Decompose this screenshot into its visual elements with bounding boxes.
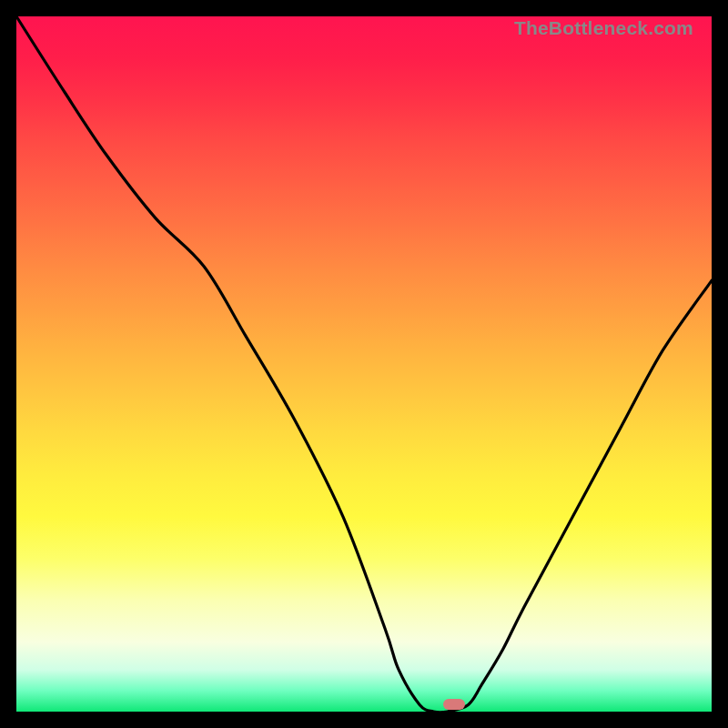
chart-frame: TheBottleneck.com <box>0 0 728 728</box>
optimal-point-marker <box>443 699 465 710</box>
bottleneck-curve <box>16 16 712 712</box>
plot-area: TheBottleneck.com <box>16 16 712 712</box>
curve-path <box>16 16 712 713</box>
